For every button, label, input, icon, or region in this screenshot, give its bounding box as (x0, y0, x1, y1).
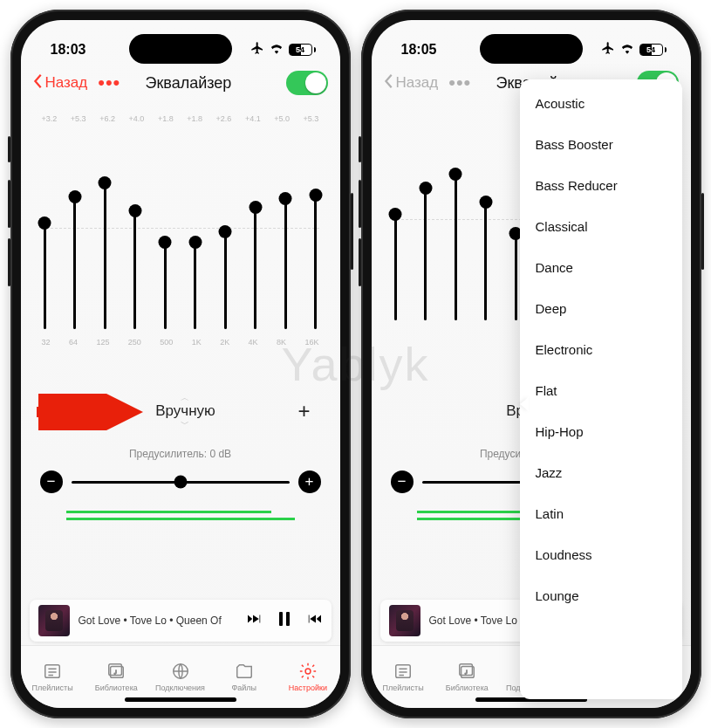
lib-icon (106, 662, 126, 681)
eq-knob[interactable] (309, 189, 322, 202)
tab-label: Настройки (289, 683, 327, 692)
back-button[interactable]: Назад (384, 73, 439, 93)
eq-knob[interactable] (479, 196, 492, 209)
eq-knob[interactable] (68, 190, 81, 203)
svg-point-6 (114, 672, 117, 675)
svg-rect-2 (286, 612, 290, 626)
preset-dropdown: AcousticBass BoosterBass ReducerClassica… (520, 79, 682, 699)
preset-name: Вручную (155, 402, 215, 419)
back-button[interactable]: Назад (33, 73, 88, 93)
eq-toggle[interactable] (286, 71, 328, 95)
tab-list[interactable]: Плейлисты (372, 646, 435, 708)
eq-gain-label: +3.2 (42, 114, 58, 123)
eq-knob[interactable] (38, 216, 51, 230)
prev-button[interactable] (246, 611, 265, 630)
eq-band-slider[interactable] (133, 210, 136, 329)
eq-gain-label: +5.3 (304, 114, 319, 123)
annotation-arrow (33, 394, 147, 430)
next-button[interactable] (304, 611, 323, 630)
eq-band-slider[interactable] (194, 242, 196, 329)
phone-frame: 18:05 54 Назад ••• Эквалайзер (361, 10, 701, 718)
eq-knob[interactable] (419, 182, 432, 195)
eq-band-slider[interactable] (484, 202, 487, 320)
home-indicator[interactable] (125, 697, 236, 702)
eq-freq-label: 8K (277, 338, 286, 347)
eq-knob[interactable] (219, 225, 232, 238)
dropdown-item[interactable]: Hip-Hop (520, 411, 682, 452)
eq-knob[interactable] (159, 236, 172, 249)
preamp-minus-button[interactable]: − (391, 470, 414, 493)
chevron-left-icon (33, 73, 44, 93)
mini-player[interactable]: Got Love • Tove Lo • Queen Of (30, 600, 332, 642)
nav-header: Назад ••• Эквалайзер (21, 65, 340, 104)
album-art (38, 605, 70, 636)
list-icon (393, 662, 414, 681)
dropdown-item[interactable]: Classical (520, 206, 682, 247)
eq-knob[interactable] (188, 236, 202, 249)
dropdown-item[interactable]: Lounge (520, 575, 682, 616)
eq-knob[interactable] (279, 192, 292, 205)
lib-icon (456, 662, 477, 681)
eq-band-slider[interactable] (73, 196, 76, 329)
page-title: Эквалайзер (96, 74, 280, 93)
eq-band-slider[interactable] (455, 174, 457, 320)
preamp-minus-button[interactable]: − (40, 470, 63, 493)
back-label: Назад (45, 74, 88, 92)
eq-band-slider[interactable] (104, 182, 106, 329)
dropdown-item[interactable]: Electronic (520, 329, 682, 370)
dropdown-item[interactable]: Bass Booster (520, 124, 682, 165)
eq-band-slider[interactable] (394, 214, 397, 320)
status-time: 18:03 (51, 42, 86, 58)
eq-band-slider[interactable] (224, 231, 227, 329)
preamp-knob[interactable] (174, 476, 187, 489)
tab-label: Библиотека (95, 683, 138, 692)
eq-band-slider[interactable] (314, 195, 317, 329)
dropdown-item[interactable]: Flat (520, 370, 682, 411)
eq-gain-label: +5.0 (274, 114, 290, 123)
spectrum-bars (66, 511, 295, 520)
dropdown-item[interactable]: Deep (520, 288, 682, 329)
tab-label: Плейлисты (383, 683, 424, 692)
dropdown-item[interactable]: Acoustic (520, 83, 682, 124)
eq-freq-label: 2K (220, 338, 229, 347)
svg-point-14 (465, 672, 468, 675)
add-preset-button[interactable]: + (297, 399, 310, 423)
eq-band-slider[interactable] (44, 223, 46, 329)
album-art (389, 605, 420, 636)
eq-knob[interactable] (389, 208, 402, 221)
pause-button[interactable] (277, 611, 291, 630)
dynamic-island (129, 34, 232, 64)
eq-band-slider[interactable] (164, 242, 167, 329)
dropdown-item[interactable]: Latin (520, 493, 682, 534)
eq-gain-label: +1.8 (187, 114, 202, 123)
eq-gain-label: +2.6 (216, 114, 232, 123)
list-icon (42, 662, 63, 681)
preamp-plus-button[interactable]: + (298, 470, 321, 493)
preamp-slider[interactable] (72, 481, 290, 484)
eq-band-slider[interactable] (515, 233, 517, 320)
eq-freq-label: 125 (96, 338, 109, 347)
eq-knob[interactable] (249, 201, 262, 214)
dropdown-item[interactable]: Dance (520, 247, 682, 288)
eq-knob[interactable] (449, 168, 462, 181)
airplane-icon (601, 41, 615, 58)
eq-gain-label: +1.8 (158, 114, 174, 123)
eq-band-slider[interactable] (424, 188, 427, 320)
dropdown-item[interactable]: Jazz (520, 452, 682, 493)
tab-label: Плейлисты (32, 683, 73, 692)
eq-freq-label: 250 (128, 338, 141, 347)
eq-band-slider[interactable] (284, 198, 287, 329)
eq-knob[interactable] (128, 204, 141, 217)
tab-gear[interactable]: Настройки (276, 646, 339, 708)
equalizer-area: +3.2+5.3+6.2+4.0+1.8+1.8+2.6+4.1+5.0+5.3… (35, 111, 326, 373)
dynamic-island (480, 34, 583, 64)
eq-knob[interactable] (99, 176, 112, 189)
dropdown-item[interactable]: Bass Reducer (520, 165, 682, 206)
dropdown-item[interactable]: Loudness (520, 534, 682, 575)
now-playing-text: Got Love • Tove Lo • Queen Of (79, 615, 237, 627)
svg-rect-1 (279, 612, 283, 626)
tab-list[interactable]: Плейлисты (21, 646, 85, 708)
eq-band-slider[interactable] (254, 207, 256, 329)
eq-freq-label: 32 (42, 338, 51, 347)
battery-indicator: 54 (289, 44, 316, 56)
